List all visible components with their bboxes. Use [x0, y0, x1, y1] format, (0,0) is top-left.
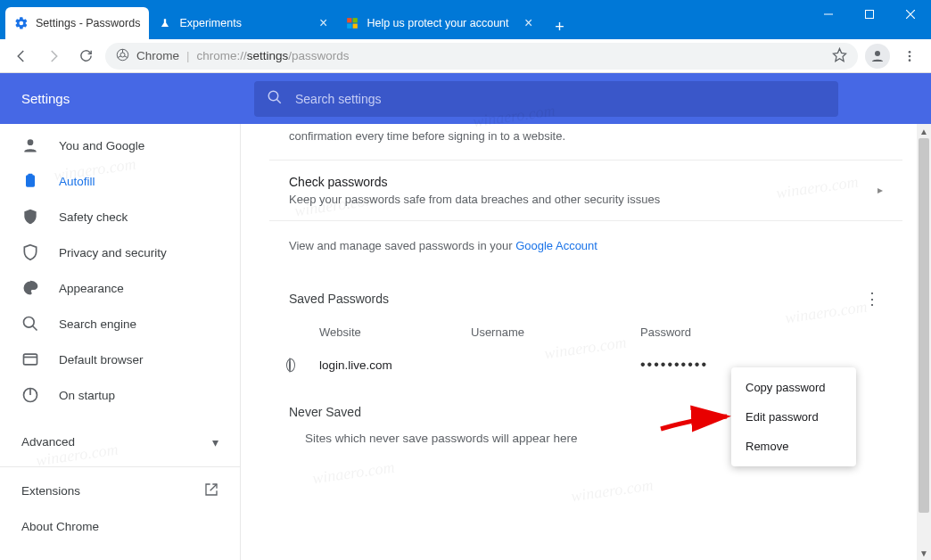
- sidebar-item-search-engine[interactable]: Search engine: [0, 306, 240, 342]
- sidebar-item-on-startup[interactable]: On startup: [0, 377, 240, 413]
- flask-icon: [158, 16, 172, 30]
- sidebar-advanced-label: Advanced: [21, 435, 75, 449]
- scroll-thumb[interactable]: [919, 138, 929, 513]
- window-controls: [808, 0, 931, 29]
- sidebar-item-safety-check[interactable]: Safety check: [0, 199, 240, 235]
- back-button[interactable]: [9, 44, 34, 69]
- col-website: Website: [319, 325, 471, 339]
- close-window-button[interactable]: [890, 0, 931, 29]
- sidebar-item-autofill[interactable]: Autofill: [0, 163, 240, 199]
- maximize-button[interactable]: [849, 0, 890, 29]
- palette-icon: [21, 279, 39, 297]
- sidebar-item-you-and-google[interactable]: You and Google: [0, 128, 240, 163]
- svg-rect-0: [348, 18, 352, 22]
- scroll-down-icon[interactable]: ▼: [917, 546, 931, 560]
- ctx-copy-password[interactable]: Copy password: [731, 373, 856, 402]
- check-passwords-row[interactable]: Check passwords Keep your passwords safe…: [269, 160, 902, 221]
- person-icon: [21, 136, 39, 154]
- tab-label: Help us protect your account: [367, 17, 508, 29]
- tab-experiments[interactable]: Experiments ×: [149, 7, 336, 39]
- tab-protect-account[interactable]: Help us protect your account ×: [336, 7, 541, 39]
- gear-icon: [14, 16, 29, 30]
- svg-point-13: [875, 51, 880, 56]
- tab-label: Settings - Passwords: [36, 17, 140, 29]
- saved-passwords-more-button[interactable]: ⋮: [861, 288, 883, 309]
- svg-line-18: [276, 99, 281, 103]
- close-icon[interactable]: ×: [314, 15, 327, 31]
- svg-line-23: [33, 326, 37, 331]
- svg-rect-24: [24, 354, 37, 365]
- sidebar-item-label: Appearance: [59, 282, 124, 295]
- tab-label: Experiments: [179, 17, 241, 29]
- ctx-remove[interactable]: Remove: [731, 432, 856, 461]
- chevron-right-icon: ▸: [877, 184, 883, 196]
- settings-sidebar: You and Google Autofill Safety check Pri…: [0, 124, 241, 560]
- globe-icon: [289, 358, 319, 372]
- svg-rect-1: [353, 18, 358, 22]
- sidebar-item-default-browser[interactable]: Default browser: [0, 342, 240, 377]
- tab-strip: Settings - Passwords Experiments × Help …: [0, 0, 572, 39]
- sidebar-extensions-label: Extensions: [21, 484, 80, 498]
- sidebar-about-label: About Chrome: [21, 520, 99, 533]
- scroll-up-icon[interactable]: ▲: [917, 124, 931, 138]
- omnibox-path-suffix: /passwords: [288, 49, 349, 62]
- svg-line-12: [124, 55, 128, 57]
- sidebar-item-appearance[interactable]: Appearance: [0, 270, 240, 306]
- shield-icon: [21, 243, 39, 261]
- minimize-button[interactable]: [808, 0, 849, 29]
- separator: |: [186, 49, 190, 62]
- settings-search[interactable]: Search settings: [254, 81, 838, 117]
- check-passwords-title: Check passwords: [289, 175, 660, 189]
- new-tab-button[interactable]: +: [547, 14, 572, 39]
- sidebar-item-label: Privacy and security: [59, 246, 167, 259]
- col-username: Username: [471, 325, 640, 339]
- page-content: Settings Search settings You and Google: [0, 73, 931, 560]
- browser-menu-button[interactable]: [897, 44, 922, 69]
- password-site[interactable]: login.live.com: [319, 358, 471, 372]
- sidebar-about-chrome[interactable]: About Chrome: [0, 508, 240, 544]
- confirmation-tail-text: confirmation every time before signing i…: [269, 124, 902, 160]
- sidebar-item-label: Safety check: [59, 210, 128, 224]
- svg-rect-2: [348, 24, 352, 29]
- omnibox-path-mid: settings: [247, 49, 289, 62]
- microsoft-icon: [345, 16, 359, 30]
- browser-icon: [21, 350, 39, 368]
- forward-button[interactable]: [41, 44, 66, 69]
- passwords-table-header: Website Username Password: [269, 317, 902, 348]
- profile-avatar[interactable]: [865, 44, 890, 69]
- col-password: Password: [640, 325, 822, 339]
- svg-point-22: [24, 317, 35, 328]
- close-icon[interactable]: ×: [519, 15, 532, 31]
- address-bar[interactable]: Chrome | chrome://settings/passwords: [105, 43, 858, 70]
- bookmark-star-icon[interactable]: [832, 47, 847, 65]
- sidebar-advanced[interactable]: Advanced ▾: [0, 422, 240, 461]
- sidebar-item-label: You and Google: [59, 139, 144, 152]
- ctx-edit-password[interactable]: Edit password: [731, 402, 856, 432]
- settings-search-placeholder: Search settings: [295, 92, 382, 106]
- google-account-link[interactable]: Google Account: [515, 239, 597, 252]
- manage-prefix: View and manage saved passwords in your: [289, 239, 515, 252]
- reload-button[interactable]: [73, 44, 98, 69]
- sidebar-item-label: On startup: [59, 389, 115, 402]
- chevron-down-icon: ▾: [212, 435, 218, 449]
- sidebar-item-privacy-security[interactable]: Privacy and security: [0, 235, 240, 270]
- settings-main: confirmation every time before signing i…: [241, 124, 931, 560]
- vertical-scrollbar[interactable]: ▲ ▼: [917, 124, 931, 560]
- search-icon: [21, 315, 39, 333]
- tab-settings-passwords[interactable]: Settings - Passwords: [5, 7, 149, 39]
- saved-passwords-header: Saved Passwords: [289, 292, 389, 306]
- shield-check-icon: [21, 208, 39, 226]
- svg-point-9: [120, 53, 125, 57]
- browser-toolbar: Chrome | chrome://settings/passwords: [0, 39, 931, 73]
- sidebar-item-label: Autofill: [59, 175, 95, 188]
- svg-rect-3: [353, 24, 358, 29]
- sidebar-extensions[interactable]: Extensions: [0, 473, 240, 508]
- svg-rect-20: [26, 175, 35, 186]
- svg-line-11: [118, 55, 121, 57]
- svg-point-14: [909, 51, 911, 54]
- svg-point-19: [28, 139, 34, 145]
- svg-rect-21: [29, 174, 33, 177]
- manage-row: View and manage saved passwords in your …: [269, 221, 902, 269]
- svg-point-17: [268, 91, 278, 101]
- settings-header: Settings Search settings: [0, 73, 931, 124]
